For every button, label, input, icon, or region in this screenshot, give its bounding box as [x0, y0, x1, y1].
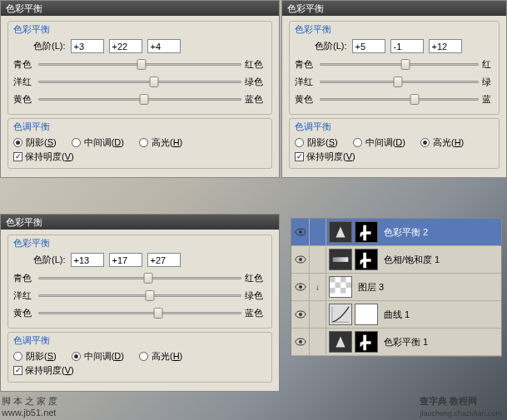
radio-label-mid[interactable]: 中间调(D)	[84, 136, 124, 149]
color-label-left: 洋红	[13, 76, 35, 88]
layer-row[interactable]: ↓ 图层 3	[291, 274, 501, 301]
radio-label-hi[interactable]: 高光(H)	[433, 136, 464, 149]
color-label-right: 红	[482, 58, 494, 71]
layers-panel[interactable]: 色彩平衡 2 色相/饱和度 1 ↓ 图层 3 曲线 1	[291, 218, 502, 357]
visibility-toggle[interactable]	[291, 246, 310, 273]
color-balance-group: 色彩平衡 色阶(L): 青色 红色 洋红 绿色 黄色 蓝色	[7, 235, 272, 329]
layer-thumbnail[interactable]	[329, 249, 352, 270]
radio-mid[interactable]	[72, 138, 81, 147]
group-title: 色彩平衡	[13, 23, 266, 36]
color-balance-dialog: 色彩平衡 色彩平衡 色阶(L): 青色 红色 洋红 绿色 黄色	[0, 0, 280, 178]
titlebar[interactable]: 色彩平衡	[1, 1, 279, 16]
tone-balance-group: 色调平衡 阴影(S) 中间调(D) 高光(H) 保持明度(V)	[7, 118, 272, 169]
level-cyan-red[interactable]	[71, 39, 104, 53]
layer-thumbnail[interactable]	[329, 276, 352, 298]
level-yellow-blue[interactable]	[429, 39, 462, 53]
level-magenta-green[interactable]	[109, 39, 142, 53]
radio-label-mid[interactable]: 中间调(D)	[84, 350, 124, 363]
tone-balance-group: 色调平衡 阴影(S) 中间调(D) 高光(H) 保持明度(V)	[7, 332, 272, 383]
radio-label-hi[interactable]: 高光(H)	[152, 136, 182, 149]
levels-label: 色阶(L):	[315, 40, 347, 52]
balance-slider-0[interactable]	[38, 277, 241, 279]
color-label-right: 绿色	[245, 289, 266, 302]
radio-hi[interactable]	[420, 138, 430, 147]
balance-slider-1[interactable]	[38, 294, 241, 297]
layer-name[interactable]: 曲线 1	[384, 309, 410, 321]
preserve-luminosity-check[interactable]	[13, 366, 22, 375]
radio-label-shadow[interactable]: 阴影(S)	[307, 136, 338, 149]
layer-name[interactable]: 色彩平衡 2	[384, 226, 428, 239]
layer-thumbnail[interactable]	[329, 221, 352, 243]
level-cyan-red[interactable]	[71, 253, 104, 267]
color-balance-group: 色彩平衡 色阶(L): 青色 红色 洋红 绿色 黄色 蓝色	[7, 21, 272, 115]
layer-thumbnail[interactable]	[329, 304, 352, 325]
preserve-luminosity-label[interactable]: 保持明度(V)	[25, 151, 74, 163]
radio-hi[interactable]	[139, 352, 148, 361]
tone-balance-group: 色调平衡 阴影(S) 中间调(D) 高光(H) 保持明度(V)	[289, 118, 500, 169]
mask-thumbnail[interactable]	[355, 304, 378, 325]
layer-name[interactable]: 色彩平衡 1	[384, 336, 428, 348]
radio-mid[interactable]	[72, 352, 81, 361]
balance-slider-2[interactable]	[38, 98, 241, 101]
link-cell[interactable]	[310, 329, 326, 355]
balance-slider-0[interactable]	[320, 63, 479, 66]
visibility-toggle[interactable]	[291, 219, 310, 245]
link-cell[interactable]	[310, 246, 326, 273]
balance-slider-1[interactable]	[38, 81, 241, 83]
link-cell[interactable]	[310, 301, 326, 328]
color-label-left: 黄色	[13, 93, 35, 106]
preserve-luminosity-check[interactable]	[295, 152, 304, 161]
svg-point-20	[299, 313, 302, 316]
layer-row[interactable]: 色相/饱和度 1	[291, 246, 501, 274]
radio-hi[interactable]	[139, 138, 148, 147]
group-title: 色调平衡	[13, 334, 266, 347]
layer-name[interactable]: 图层 3	[358, 281, 384, 294]
layer-row[interactable]: 曲线 1	[291, 301, 501, 329]
preserve-luminosity-label[interactable]: 保持明度(V)	[306, 151, 355, 163]
radio-mid[interactable]	[353, 138, 362, 147]
link-cell[interactable]: ↓	[310, 274, 326, 300]
radio-shadow[interactable]	[295, 138, 304, 147]
color-label-right: 绿色	[245, 76, 266, 88]
titlebar[interactable]: 色彩平衡	[1, 215, 279, 230]
radio-label-hi[interactable]: 高光(H)	[152, 350, 182, 363]
visibility-toggle[interactable]	[291, 301, 310, 328]
preserve-luminosity-label[interactable]: 保持明度(V)	[25, 364, 74, 377]
mask-thumbnail[interactable]	[355, 221, 378, 243]
balance-slider-2[interactable]	[320, 98, 479, 101]
balance-slider-2[interactable]	[38, 312, 241, 314]
svg-rect-8	[333, 257, 349, 262]
level-cyan-red[interactable]	[352, 39, 385, 53]
color-label-left: 青色	[13, 58, 35, 71]
level-yellow-blue[interactable]	[147, 253, 181, 267]
balance-slider-0[interactable]	[38, 63, 241, 66]
color-label-left: 黄色	[295, 93, 316, 106]
color-label-right: 蓝	[482, 93, 494, 106]
level-yellow-blue[interactable]	[147, 39, 181, 53]
mask-thumbnail[interactable]	[355, 249, 378, 270]
visibility-toggle[interactable]	[291, 274, 310, 300]
radio-label-shadow[interactable]: 阴影(S)	[26, 136, 57, 149]
layer-name[interactable]: 色相/饱和度 1	[384, 254, 440, 266]
visibility-toggle[interactable]	[291, 329, 310, 355]
svg-point-6	[299, 258, 302, 261]
color-label-right: 绿	[482, 76, 494, 88]
color-label-left: 黄色	[13, 307, 35, 319]
levels-label: 色阶(L):	[33, 40, 66, 52]
balance-slider-1[interactable]	[320, 81, 479, 83]
radio-label-mid[interactable]: 中间调(D)	[365, 136, 405, 149]
preserve-luminosity-check[interactable]	[13, 152, 22, 161]
svg-point-11	[299, 285, 302, 289]
level-magenta-green[interactable]	[109, 253, 142, 267]
layer-thumbnail[interactable]	[329, 331, 352, 353]
link-cell[interactable]	[310, 219, 326, 245]
group-title: 色彩平衡	[295, 23, 494, 36]
layer-row[interactable]: 色彩平衡 1	[291, 329, 501, 356]
titlebar[interactable]: 色彩平衡	[282, 1, 506, 16]
mask-thumbnail[interactable]	[355, 331, 378, 353]
layer-row[interactable]: 色彩平衡 2	[291, 219, 501, 246]
radio-shadow[interactable]	[13, 138, 22, 147]
level-magenta-green[interactable]	[390, 39, 424, 53]
radio-label-shadow[interactable]: 阴影(S)	[26, 350, 57, 363]
radio-shadow[interactable]	[13, 352, 22, 361]
